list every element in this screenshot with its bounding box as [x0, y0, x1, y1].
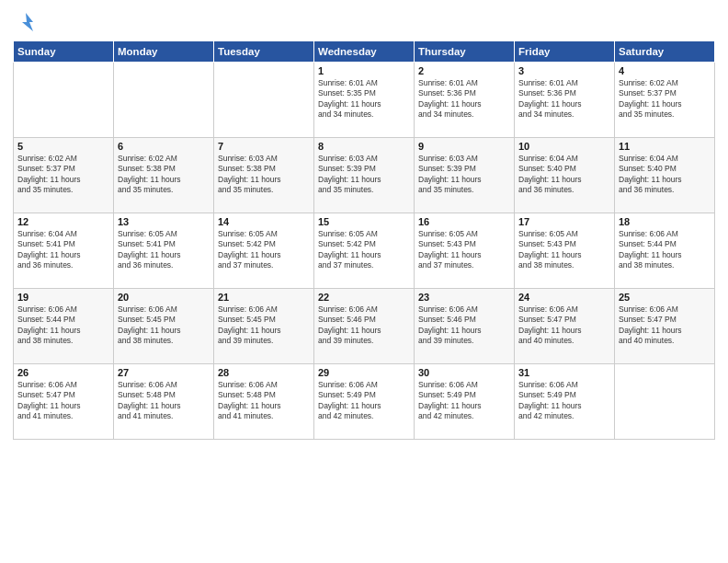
svg-marker-0 — [22, 13, 33, 31]
day-number: 22 — [318, 292, 410, 303]
weekday-wednesday: Wednesday — [314, 41, 415, 63]
cell-info: Sunrise: 6:06 AM Sunset: 5:45 PM Dayligh… — [218, 304, 310, 347]
day-number: 3 — [518, 65, 610, 76]
calendar-cell: 18Sunrise: 6:06 AM Sunset: 5:44 PM Dayli… — [615, 213, 715, 289]
weekday-saturday: Saturday — [615, 41, 715, 63]
cell-info: Sunrise: 6:06 AM Sunset: 5:47 PM Dayligh… — [619, 304, 711, 347]
cell-info: Sunrise: 6:05 AM Sunset: 5:42 PM Dayligh… — [318, 229, 410, 271]
cell-info: Sunrise: 6:03 AM Sunset: 5:39 PM Dayligh… — [418, 154, 510, 196]
day-number: 27 — [118, 367, 210, 378]
weekday-sunday: Sunday — [14, 41, 114, 63]
calendar-cell: 22Sunrise: 6:06 AM Sunset: 5:46 PM Dayli… — [314, 289, 415, 364]
week-row-0: 1Sunrise: 6:01 AM Sunset: 5:35 PM Daylig… — [14, 63, 715, 138]
weekday-tuesday: Tuesday — [214, 41, 314, 63]
cell-info: Sunrise: 6:06 AM Sunset: 5:44 PM Dayligh… — [17, 304, 109, 347]
week-row-1: 5Sunrise: 6:02 AM Sunset: 5:37 PM Daylig… — [14, 138, 715, 213]
logo — [13, 9, 40, 35]
cell-info: Sunrise: 6:06 AM Sunset: 5:46 PM Dayligh… — [318, 304, 410, 347]
calendar-cell — [214, 63, 314, 138]
calendar-cell: 10Sunrise: 6:04 AM Sunset: 5:40 PM Dayli… — [515, 138, 615, 213]
day-number: 13 — [118, 216, 210, 227]
cell-info: Sunrise: 6:06 AM Sunset: 5:49 PM Dayligh… — [318, 380, 410, 422]
day-number: 16 — [418, 216, 510, 227]
cell-info: Sunrise: 6:06 AM Sunset: 5:47 PM Dayligh… — [518, 304, 610, 347]
calendar-table: SundayMondayTuesdayWednesdayThursdayFrid… — [13, 40, 715, 440]
weekday-friday: Friday — [515, 41, 615, 63]
cell-info: Sunrise: 6:04 AM Sunset: 5:40 PM Dayligh… — [518, 154, 610, 196]
cell-info: Sunrise: 6:01 AM Sunset: 5:35 PM Dayligh… — [318, 78, 410, 121]
calendar-cell: 23Sunrise: 6:06 AM Sunset: 5:46 PM Dayli… — [415, 289, 515, 364]
weekday-header-row: SundayMondayTuesdayWednesdayThursdayFrid… — [14, 41, 715, 63]
cell-info: Sunrise: 6:06 AM Sunset: 5:49 PM Dayligh… — [418, 380, 510, 422]
cell-info: Sunrise: 6:03 AM Sunset: 5:39 PM Dayligh… — [318, 154, 410, 196]
day-number: 26 — [17, 367, 109, 378]
calendar-cell: 16Sunrise: 6:05 AM Sunset: 5:43 PM Dayli… — [415, 213, 515, 289]
week-row-2: 12Sunrise: 6:04 AM Sunset: 5:41 PM Dayli… — [14, 213, 715, 289]
day-number: 7 — [218, 141, 310, 152]
calendar-cell: 30Sunrise: 6:06 AM Sunset: 5:49 PM Dayli… — [415, 364, 515, 440]
calendar-cell: 7Sunrise: 6:03 AM Sunset: 5:38 PM Daylig… — [214, 138, 314, 213]
cell-info: Sunrise: 6:06 AM Sunset: 5:46 PM Dayligh… — [418, 304, 510, 347]
calendar-cell: 29Sunrise: 6:06 AM Sunset: 5:49 PM Dayli… — [314, 364, 415, 440]
cell-info: Sunrise: 6:06 AM Sunset: 5:44 PM Dayligh… — [619, 229, 711, 271]
day-number: 25 — [619, 292, 711, 303]
calendar-cell: 24Sunrise: 6:06 AM Sunset: 5:47 PM Dayli… — [515, 289, 615, 364]
day-number: 10 — [518, 141, 610, 152]
cell-info: Sunrise: 6:02 AM Sunset: 5:37 PM Dayligh… — [619, 78, 711, 121]
calendar-cell: 31Sunrise: 6:06 AM Sunset: 5:49 PM Dayli… — [515, 364, 615, 440]
day-number: 30 — [418, 367, 510, 378]
calendar-cell: 27Sunrise: 6:06 AM Sunset: 5:48 PM Dayli… — [114, 364, 214, 440]
calendar-cell: 11Sunrise: 6:04 AM Sunset: 5:40 PM Dayli… — [615, 138, 715, 213]
week-row-3: 19Sunrise: 6:06 AM Sunset: 5:44 PM Dayli… — [14, 289, 715, 364]
cell-info: Sunrise: 6:06 AM Sunset: 5:48 PM Dayligh… — [118, 380, 210, 422]
calendar-cell: 21Sunrise: 6:06 AM Sunset: 5:45 PM Dayli… — [214, 289, 314, 364]
calendar-cell: 28Sunrise: 6:06 AM Sunset: 5:48 PM Dayli… — [214, 364, 314, 440]
cell-info: Sunrise: 6:06 AM Sunset: 5:47 PM Dayligh… — [17, 380, 109, 422]
cell-info: Sunrise: 6:05 AM Sunset: 5:43 PM Dayligh… — [418, 229, 510, 271]
day-number: 9 — [418, 141, 510, 152]
day-number: 1 — [318, 65, 410, 76]
cell-info: Sunrise: 6:06 AM Sunset: 5:48 PM Dayligh… — [218, 380, 310, 422]
cell-info: Sunrise: 6:01 AM Sunset: 5:36 PM Dayligh… — [518, 78, 610, 121]
page: SundayMondayTuesdayWednesdayThursdayFrid… — [0, 0, 728, 563]
day-number: 6 — [118, 141, 210, 152]
cell-info: Sunrise: 6:04 AM Sunset: 5:40 PM Dayligh… — [619, 154, 711, 196]
calendar-cell: 13Sunrise: 6:05 AM Sunset: 5:41 PM Dayli… — [114, 213, 214, 289]
calendar-cell: 25Sunrise: 6:06 AM Sunset: 5:47 PM Dayli… — [615, 289, 715, 364]
cell-info: Sunrise: 6:02 AM Sunset: 5:37 PM Dayligh… — [17, 154, 109, 196]
calendar-cell: 17Sunrise: 6:05 AM Sunset: 5:43 PM Dayli… — [515, 213, 615, 289]
calendar-cell — [114, 63, 214, 138]
day-number: 11 — [619, 141, 711, 152]
day-number: 23 — [418, 292, 510, 303]
calendar-cell: 1Sunrise: 6:01 AM Sunset: 5:35 PM Daylig… — [314, 63, 415, 138]
calendar-cell: 8Sunrise: 6:03 AM Sunset: 5:39 PM Daylig… — [314, 138, 415, 213]
calendar-cell: 19Sunrise: 6:06 AM Sunset: 5:44 PM Dayli… — [14, 289, 114, 364]
logo-icon — [13, 9, 39, 35]
day-number: 17 — [518, 216, 610, 227]
day-number: 2 — [418, 65, 510, 76]
day-number: 24 — [518, 292, 610, 303]
day-number: 19 — [17, 292, 109, 303]
day-number: 21 — [218, 292, 310, 303]
day-number: 28 — [218, 367, 310, 378]
calendar-cell: 9Sunrise: 6:03 AM Sunset: 5:39 PM Daylig… — [415, 138, 515, 213]
calendar-cell: 4Sunrise: 6:02 AM Sunset: 5:37 PM Daylig… — [615, 63, 715, 138]
calendar-cell: 14Sunrise: 6:05 AM Sunset: 5:42 PM Dayli… — [214, 213, 314, 289]
cell-info: Sunrise: 6:02 AM Sunset: 5:38 PM Dayligh… — [118, 154, 210, 196]
day-number: 5 — [17, 141, 109, 152]
calendar-cell: 20Sunrise: 6:06 AM Sunset: 5:45 PM Dayli… — [114, 289, 214, 364]
cell-info: Sunrise: 6:06 AM Sunset: 5:45 PM Dayligh… — [118, 304, 210, 347]
cell-info: Sunrise: 6:04 AM Sunset: 5:41 PM Dayligh… — [17, 229, 109, 271]
cell-info: Sunrise: 6:05 AM Sunset: 5:41 PM Dayligh… — [118, 229, 210, 271]
cell-info: Sunrise: 6:05 AM Sunset: 5:42 PM Dayligh… — [218, 229, 310, 271]
day-number: 20 — [118, 292, 210, 303]
calendar-cell: 5Sunrise: 6:02 AM Sunset: 5:37 PM Daylig… — [14, 138, 114, 213]
week-row-4: 26Sunrise: 6:06 AM Sunset: 5:47 PM Dayli… — [14, 364, 715, 440]
cell-info: Sunrise: 6:01 AM Sunset: 5:36 PM Dayligh… — [418, 78, 510, 121]
day-number: 14 — [218, 216, 310, 227]
cell-info: Sunrise: 6:06 AM Sunset: 5:49 PM Dayligh… — [518, 380, 610, 422]
cell-info: Sunrise: 6:05 AM Sunset: 5:43 PM Dayligh… — [518, 229, 610, 271]
calendar-cell: 2Sunrise: 6:01 AM Sunset: 5:36 PM Daylig… — [415, 63, 515, 138]
day-number: 4 — [619, 65, 711, 76]
calendar-cell: 26Sunrise: 6:06 AM Sunset: 5:47 PM Dayli… — [14, 364, 114, 440]
